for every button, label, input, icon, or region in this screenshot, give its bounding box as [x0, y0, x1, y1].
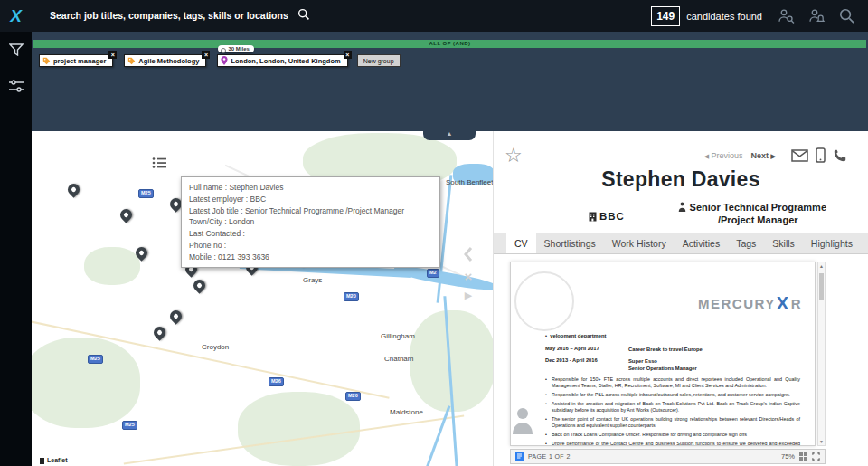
candidate-panel: ☆ ◀ Previous Next ▶ Stephen Davies B: [493, 131, 868, 466]
person-icon: [678, 202, 686, 212]
filter-chips: project manager×Agile Methodology×30 Mil…: [39, 54, 348, 67]
tab-cv[interactable]: CV: [506, 233, 536, 253]
next-candidate-button[interactable]: Next ▶: [751, 151, 776, 160]
cv-bullet: •Drove performance of the Contact Centre…: [545, 441, 800, 446]
panel-carousel-controls: × ▶: [457, 246, 480, 300]
email-icon[interactable]: [791, 149, 808, 162]
top-bar: X 149 candidates found: [0, 0, 868, 32]
candidate-search-icon[interactable]: [777, 7, 796, 25]
tooltip-line: Latest Job title : Senior Technical Prog…: [189, 205, 432, 217]
remove-chip-icon[interactable]: ×: [344, 51, 352, 59]
road-shield: M2: [427, 269, 439, 278]
search-input[interactable]: [50, 10, 292, 21]
carousel-close-icon[interactable]: ×: [465, 270, 473, 283]
map-attribution[interactable]: Leaflet: [37, 457, 71, 464]
candidate-tooltip: Full name : Stephen DaviesLatest employe…: [181, 176, 440, 268]
tooltip-line: Last Contacted :: [189, 228, 432, 240]
scroll-down-icon[interactable]: ▼: [819, 438, 824, 445]
map-green-area: [84, 247, 140, 285]
cv-entry-dates: May 2016 – April 2017: [545, 346, 628, 353]
cv-bullet-list: •Responsible for 150+ FTE across multipl…: [545, 376, 800, 446]
favorite-star-icon[interactable]: ☆: [505, 144, 523, 167]
tooltip-line: Mobile : 0121 393 3636: [189, 252, 432, 263]
map-pin[interactable]: [65, 181, 81, 197]
tag-icon: [127, 57, 136, 65]
road-shield: M25: [138, 189, 154, 198]
candidate-employer: BBC: [589, 211, 625, 222]
road-shield: M25: [88, 355, 103, 364]
tab-activities[interactable]: Activities: [675, 233, 728, 253]
map-label-grays: Grays: [303, 276, 322, 284]
fullscreen-icon[interactable]: [812, 452, 820, 461]
tooltip-line: Town/City : London: [189, 216, 432, 228]
page-indicator: PAGE 1 OF 2: [528, 453, 571, 460]
cv-bullet: •Back on Track Loans Compliance Officer.…: [545, 432, 800, 438]
filter-chip-london-london-united-kingdom[interactable]: 30 MilesLondon, London, United Kingdom×: [217, 54, 347, 67]
tab-work-history[interactable]: Work History: [604, 233, 675, 253]
remove-chip-icon[interactable]: ×: [108, 51, 117, 59]
collapse-filters-tab[interactable]: ▲: [423, 128, 476, 140]
map-layers-icon[interactable]: [152, 157, 167, 173]
app-window: X 149 candidates found: [0, 0, 868, 466]
tag-icon: [42, 57, 51, 65]
employer-name: BBC: [599, 211, 625, 222]
map-label-croydon: Croydon: [202, 343, 229, 351]
map-label-south-benfleet: South Benfleet: [446, 178, 493, 186]
cv-watermark-circle: [514, 271, 574, 331]
cv-entries: May 2016 – April 2017Career Break to tra…: [545, 346, 800, 372]
chip-label: project manager: [53, 57, 106, 65]
cv-viewer: MERCURYXR • velopment department May 201…: [510, 254, 826, 464]
map-pin[interactable]: [151, 324, 167, 340]
cv-bullet: •The senior point of contact for UK oper…: [545, 416, 800, 430]
cv-page: MERCURYXR • velopment department May 201…: [510, 262, 816, 446]
carousel-next-icon[interactable]: ▶: [465, 290, 472, 300]
document-icon[interactable]: [515, 452, 524, 461]
cv-entry-role: Super EssoSenior Operations Manager: [628, 357, 697, 372]
tab-highlights[interactable]: Highlights: [803, 233, 861, 253]
road-shield: M25: [122, 421, 137, 430]
cv-bullet: •Responsible for 150+ FTE across multipl…: [545, 376, 800, 390]
map[interactable]: M25M25M25M20M20M26M2 South BenfleetGrays…: [32, 131, 493, 466]
scrollbar-thumb[interactable]: [819, 273, 824, 300]
cv-scrollbar[interactable]: ▲ ▼: [817, 262, 826, 446]
cv-entry: Dec 2013 - April 2016Super EssoSenior Op…: [545, 357, 800, 372]
tab-tags[interactable]: Tags: [728, 233, 764, 253]
tooltip-line: Full name : Stephen Davies: [189, 182, 432, 194]
filter-logic-bar: ALL OF (AND): [33, 40, 866, 48]
map-pin[interactable]: [118, 206, 134, 223]
mobile-icon[interactable]: [816, 147, 826, 163]
carousel-previous-icon[interactable]: [463, 246, 474, 262]
cv-entry-role: Career Break to travel Europe: [628, 346, 703, 353]
filters-icon[interactable]: [9, 43, 24, 56]
radius-pill: 30 Miles: [218, 45, 253, 52]
thumbnails-icon[interactable]: [799, 452, 807, 461]
tab-shortlistings[interactable]: Shortlistings: [536, 233, 604, 253]
map-pin[interactable]: [191, 277, 207, 293]
global-search: [50, 8, 310, 24]
map-pin[interactable]: [167, 308, 184, 324]
search-icon[interactable]: [297, 8, 310, 21]
scroll-up-icon[interactable]: ▲: [819, 262, 824, 270]
candidate-alert-icon[interactable]: [807, 7, 826, 25]
filter-chip-project-manager[interactable]: project manager×: [39, 54, 113, 67]
candidate-name: Stephen Davies: [494, 167, 868, 192]
map-green-area: [32, 338, 140, 428]
road-shield: M20: [345, 392, 361, 401]
candidate-job-title: Senior Technical Programme/Project Manag…: [678, 201, 826, 227]
tab-skills[interactable]: Skills: [764, 233, 803, 253]
cv-toolbar: PAGE 1 OF 2 75%: [510, 449, 826, 464]
cv-intro-line: • velopment department: [545, 333, 800, 340]
cv-company-logo: MERCURYXR: [698, 293, 802, 314]
chip-label: Agile Methodology: [138, 57, 199, 65]
filter-panel: ALL OF (AND) project manager×Agile Metho…: [32, 32, 868, 131]
app-logo[interactable]: X: [0, 6, 32, 26]
settings-sliders-icon[interactable]: [9, 80, 24, 92]
advanced-search-icon[interactable]: [838, 7, 855, 24]
previous-candidate-button[interactable]: ◀ Previous: [704, 151, 743, 160]
phone-icon[interactable]: [833, 148, 847, 163]
remove-chip-icon[interactable]: ×: [202, 51, 210, 59]
new-group-button[interactable]: New group: [357, 54, 401, 67]
left-rail: [0, 32, 32, 466]
cv-bullet: •Assisted in the creation and migration …: [545, 401, 800, 414]
filter-chip-agile-methodology[interactable]: Agile Methodology×: [124, 54, 206, 67]
